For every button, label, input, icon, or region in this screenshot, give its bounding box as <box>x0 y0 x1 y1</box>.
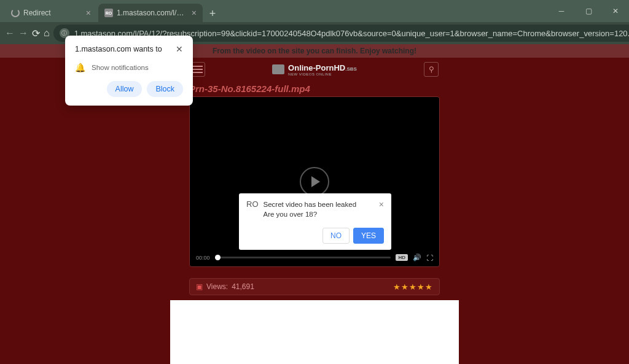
search-button[interactable]: ⚲ <box>424 62 439 77</box>
back-button[interactable]: ← <box>5 25 15 42</box>
home-button[interactable]: ⌂ <box>44 25 50 42</box>
new-tab-button[interactable]: + <box>204 5 221 22</box>
close-window-button[interactable]: ✕ <box>602 0 629 22</box>
notif-body-text: Show notifications <box>92 64 149 71</box>
video-player[interactable]: 00:00 HD 🔊 ⛶ RO Secret video has been le… <box>189 96 440 267</box>
bell-icon: 🔔 <box>75 63 85 72</box>
logo-icon <box>272 64 284 74</box>
titlebar: Redirect × RO 1.mastason.com/l/PA/12/?re… <box>0 0 629 22</box>
views-count: 41,691 <box>232 282 254 291</box>
browser-tab-2[interactable]: RO 1.mastason.com/l/PA/12/?res... × <box>98 4 203 22</box>
close-icon[interactable]: × <box>192 8 197 18</box>
views-label: Views: <box>206 282 228 291</box>
favicon-icon: RO <box>104 9 113 17</box>
loading-spinner-icon <box>11 9 20 17</box>
allow-button[interactable]: Allow <box>107 81 143 97</box>
close-icon[interactable]: × <box>86 8 91 18</box>
logo-text-sub: .SBS <box>345 66 357 72</box>
volume-icon[interactable]: 🔊 <box>413 254 421 261</box>
views-icon: ▣ <box>196 282 203 291</box>
reload-button[interactable]: ⟳ <box>32 25 40 42</box>
video-filename: Prn-35-No.8165224-full.mp4 <box>189 81 440 96</box>
close-icon[interactable]: ✕ <box>176 44 183 54</box>
ad-placeholder <box>170 300 459 364</box>
browser-tab-1[interactable]: Redirect × <box>5 4 97 22</box>
window-controls: ─ ▢ ✕ <box>548 0 629 22</box>
play-icon <box>311 176 320 187</box>
rating-stars[interactable]: ★★★★★ <box>393 282 433 292</box>
modal-badge: RO <box>246 199 259 209</box>
close-icon[interactable]: × <box>379 199 384 209</box>
video-section: Prn-35-No.8165224-full.mp4 00:00 HD 🔊 ⛶ … <box>189 81 440 295</box>
progress-thumb[interactable] <box>215 255 221 260</box>
tab-2-title: 1.mastason.com/l/PA/12/?res... <box>117 9 188 17</box>
play-button[interactable] <box>300 167 329 196</box>
fullscreen-icon[interactable]: ⛶ <box>426 254 433 261</box>
notif-title: 1.mastason.com wants to <box>75 45 162 53</box>
player-controls: 00:00 HD 🔊 ⛶ <box>196 254 433 261</box>
progress-bar[interactable] <box>215 257 391 258</box>
hd-badge[interactable]: HD <box>396 254 408 261</box>
maximize-button[interactable]: ▢ <box>575 0 602 22</box>
logo-text-main: Online-PornHD <box>288 63 345 72</box>
current-time: 00:00 <box>196 255 210 261</box>
modal-line2: Are you over 18? <box>264 209 357 219</box>
notification-permission-popup: 1.mastason.com wants to ✕ 🔔 Show notific… <box>65 36 193 106</box>
no-button[interactable]: NO <box>322 228 350 244</box>
forward-button[interactable]: → <box>18 25 28 42</box>
tab-1-title: Redirect <box>23 9 82 17</box>
age-verification-modal: RO Secret video has been leaked Are you … <box>239 193 391 250</box>
minimize-button[interactable]: ─ <box>548 0 575 22</box>
block-button[interactable]: Block <box>147 81 183 97</box>
modal-line1: Secret video has been leaked <box>264 199 357 209</box>
video-stats-bar: ▣ Views: 41,691 ★★★★★ <box>189 278 440 295</box>
site-logo[interactable]: Online-PornHD.SBS NEW VIDEOS ONLINE <box>272 63 357 76</box>
yes-button[interactable]: YES <box>353 228 384 244</box>
